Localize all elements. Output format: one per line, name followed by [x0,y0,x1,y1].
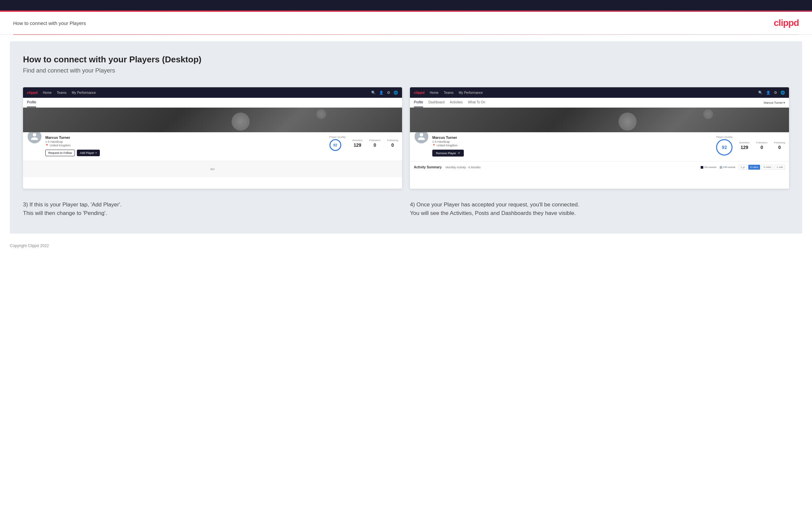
right-banner-circle-1 [618,113,637,130]
globe-icon[interactable]: 🌐 [394,91,398,95]
banner-circle-2 [316,109,326,119]
activity-summary: Activity Summary Monthly Activity · 6 Mo… [410,161,789,189]
left-nav-icons: 🔍 👤 ⚙ 🌐 [371,91,398,95]
chart-group-4 [600,185,661,185]
right-profile-info: Marcus Turner 1-5 Handicap 📍 United King… [410,132,789,161]
caption-left-text: 3) If this is your Player tap, 'Add Play… [23,201,402,217]
right-tabs-bar: Profile Dashboard Activities What To On … [410,98,789,108]
remove-player-button[interactable]: Remove Player ✕ [432,150,464,157]
request-to-follow-button[interactable]: Request to Follow [45,150,75,156]
right-search-icon[interactable]: 🔍 [758,91,763,95]
right-nav-teams[interactable]: Teams [444,91,453,95]
legend-on-course: On course [701,166,716,169]
right-player-hcp: 1-5 Handicap [432,140,716,144]
top-bar [0,0,812,10]
header: How to connect with your Players clippd [0,12,812,35]
header-divider [13,35,799,35]
tab-dashboard[interactable]: Dashboard [428,98,445,107]
avatar-icon [30,132,39,141]
filter-3mths[interactable]: 3 mths [761,165,773,170]
right-tabs-left: Profile Dashboard Activities What To On [414,98,485,107]
screenshots-row: clippd Home Teams My Performance 🔍 👤 ⚙ 🌐… [23,87,789,189]
quality-circle-left: 92 [329,139,341,151]
settings-icon[interactable]: ⚙ [387,91,390,95]
right-stats: Player Quality 92 Activities 129 Followe… [716,135,785,156]
main-content: How to connect with your Players (Deskto… [10,41,802,234]
right-banner [410,108,789,132]
caption-right: 4) Once your Player has accepted your re… [410,201,789,217]
right-nav-performance[interactable]: My Performance [459,91,483,95]
left-profile-info: Marcus Turner 1-5 Handicap 📍 United King… [23,132,402,161]
add-player-button[interactable]: Add Player + [77,150,100,156]
activity-title-group: Activity Summary Monthly Activity · 6 Mo… [414,165,480,169]
activity-title: Activity Summary [414,165,442,169]
player-dropdown[interactable]: Marcus Turner ▾ [764,101,785,104]
page-heading: How to connect with your Players (Deskto… [23,54,789,65]
profile-info-row: Marcus Turner 1-5 Handicap 📍 United King… [45,135,398,156]
filter-1mth[interactable]: 1 mth [774,165,785,170]
activity-header: Activity Summary Monthly Activity · 6 Mo… [414,165,785,170]
right-action-buttons: Remove Player ✕ [432,150,716,157]
location-pin-icon: 📍 [45,144,49,147]
right-followers-stat: Followers 0 [756,141,767,150]
right-following-stat: Following 0 [774,141,785,150]
clippd-logo: clippd [774,18,799,28]
search-icon[interactable]: 🔍 [371,91,376,95]
left-nav-performance[interactable]: My Performance [72,91,96,95]
left-quality-stat: Player Quality 92 [329,135,346,151]
legend-off-course: Off course [720,166,735,169]
left-player-hcp: 1-5 Handicap [45,140,329,144]
page-subheading: Find and connect with your Players [23,67,789,74]
right-globe-icon[interactable]: 🌐 [780,91,785,95]
left-nav-home[interactable]: Home [43,91,52,95]
captions-row: 3) If this is your Player tap, 'Add Play… [23,201,789,217]
chart-group-1 [415,185,476,185]
on-course-dot [701,166,703,169]
left-activities-stat: Activities 129 [352,139,363,148]
activity-legend: On course Off course [701,166,735,169]
filter-1yr[interactable]: 1 yr [739,165,747,170]
right-player-name: Marcus Turner [432,135,716,139]
screenshot-right: clippd Home Teams My Performance 🔍 👤 ⚙ 🌐… [410,87,789,189]
left-player-name: Marcus Turner [45,135,329,139]
caption-right-text: 4) Once your Player has accepted your re… [410,201,789,217]
chart-group-5 [662,185,722,185]
chevron-down-icon: ▾ [783,101,785,104]
right-player-location: 📍 United Kingdom [432,144,716,147]
banner-circle-1 [232,113,250,130]
right-info-row: Marcus Turner 1-5 Handicap 📍 United King… [432,135,785,157]
chart-group-6 [723,185,784,185]
left-stats: Player Quality 92 Activities 129 Followe… [329,135,398,151]
footer: Copyright Clippd 2022 [0,240,812,255]
plus-icon: + [95,151,97,155]
left-nav-teams[interactable]: Teams [57,91,66,95]
quality-circle-right: 92 [716,139,732,156]
filter-6mths[interactable]: 6 mths [748,165,760,170]
left-tabs: Profile [23,98,402,108]
left-player-details: Marcus Turner 1-5 Handicap 📍 United King… [45,135,329,156]
right-nav-home[interactable]: Home [429,91,439,95]
x-icon: ✕ [458,151,460,155]
tab-profile-left[interactable]: Profile [27,98,36,107]
tab-activities[interactable]: Activities [450,98,462,107]
right-avatar-icon [417,132,426,141]
right-location-pin-icon: 📍 [432,144,436,147]
right-banner-circle-2 [703,109,713,119]
left-action-buttons: Request to Follow Add Player + [45,150,329,156]
page-title: How to connect with your Players [13,20,86,26]
screenshot-left: clippd Home Teams My Performance 🔍 👤 ⚙ 🌐… [23,87,402,189]
chart-group-3 [539,185,599,185]
right-user-icon[interactable]: 👤 [766,91,771,95]
user-icon[interactable]: 👤 [379,91,384,95]
right-settings-icon[interactable]: ⚙ [774,91,777,95]
right-nav-icons: 🔍 👤 ⚙ 🌐 [758,91,785,95]
right-quality-stat: Player Quality 92 [716,135,732,156]
right-activities-stat: Activities 129 [739,141,750,150]
right-navbar: clippd Home Teams My Performance 🔍 👤 ⚙ 🌐 [410,87,789,98]
tab-profile-right[interactable]: Profile [414,98,423,107]
off-course-dot [720,166,722,169]
chart-group-2 [477,185,538,185]
left-bottom: ✏ [23,161,402,177]
left-player-location: 📍 United Kingdom [45,144,329,147]
tab-what-to-on[interactable]: What To On [468,98,486,107]
